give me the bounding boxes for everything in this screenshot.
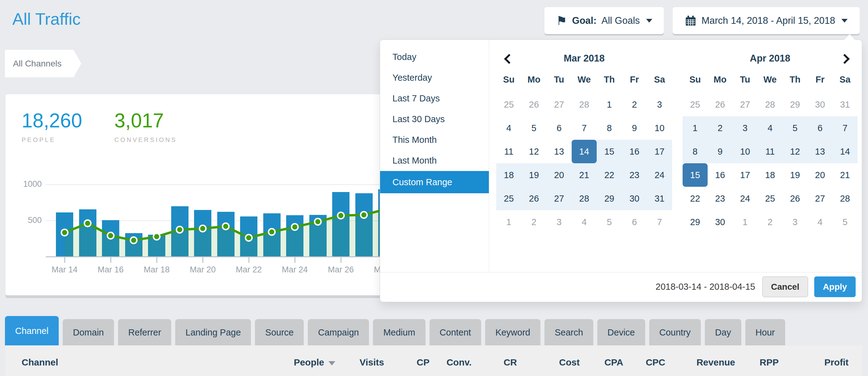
- calendar-day[interactable]: 30: [622, 187, 647, 210]
- tab-hour[interactable]: Hour: [745, 319, 785, 345]
- breadcrumb[interactable]: All Channels: [5, 50, 81, 77]
- calendar-day[interactable]: 3: [647, 93, 672, 116]
- calendar-day[interactable]: 20: [807, 163, 833, 187]
- tab-referrer[interactable]: Referrer: [118, 319, 171, 345]
- calendar-day[interactable]: 8: [597, 116, 622, 140]
- calendar-day[interactable]: 9: [708, 140, 733, 163]
- tab-content[interactable]: Content: [430, 319, 482, 345]
- calendar-day[interactable]: 5: [597, 210, 622, 234]
- preset-item-last-30-days[interactable]: Last 30 Days: [380, 109, 489, 129]
- calendar-day[interactable]: 22: [683, 187, 708, 210]
- calendar-day[interactable]: 1: [597, 93, 622, 116]
- calendar-day[interactable]: 15: [597, 140, 622, 163]
- calendar-day[interactable]: 6: [547, 116, 572, 140]
- calendar-day[interactable]: 31: [833, 93, 858, 116]
- calendar-day[interactable]: 25: [496, 187, 521, 210]
- calendar-day[interactable]: 2: [521, 210, 546, 234]
- calendar-day[interactable]: 3: [547, 210, 572, 234]
- calendar-day[interactable]: 19: [782, 163, 807, 187]
- calendar-day[interactable]: 6: [622, 210, 647, 234]
- tab-keyword[interactable]: Keyword: [485, 319, 540, 345]
- calendar-day[interactable]: 2: [622, 93, 647, 116]
- calendar-day[interactable]: 7: [833, 116, 858, 140]
- calendar-day[interactable]: 14: [833, 140, 858, 163]
- date-range-button[interactable]: March 14, 2018 - April 15, 2018: [673, 7, 860, 34]
- calendar-day[interactable]: 24: [733, 187, 758, 210]
- calendar-day[interactable]: 2: [708, 116, 733, 140]
- tab-campaign[interactable]: Campaign: [308, 319, 369, 345]
- calendar-day[interactable]: 8: [683, 140, 708, 163]
- column-header-visits[interactable]: Visits: [360, 357, 384, 368]
- calendar-day[interactable]: 27: [807, 187, 833, 210]
- calendar-day[interactable]: 31: [647, 187, 672, 210]
- calendar-day[interactable]: 27: [547, 187, 572, 210]
- calendar-day[interactable]: 26: [521, 93, 546, 116]
- calendar-day[interactable]: 3: [782, 210, 807, 234]
- calendar-day[interactable]: 24: [647, 163, 672, 187]
- calendar-day[interactable]: 18: [496, 163, 521, 187]
- calendar-day[interactable]: 22: [597, 163, 622, 187]
- calendar-day[interactable]: 14: [572, 140, 597, 163]
- preset-item-last-7-days[interactable]: Last 7 Days: [380, 88, 489, 109]
- column-header-people[interactable]: People: [294, 357, 335, 368]
- cancel-button[interactable]: Cancel: [762, 277, 808, 297]
- preset-item-today[interactable]: Today: [380, 47, 489, 67]
- calendar-day[interactable]: 26: [521, 187, 546, 210]
- calendar-day[interactable]: 25: [496, 93, 521, 116]
- calendar-day[interactable]: 30: [807, 93, 833, 116]
- column-header-profit[interactable]: Profit: [825, 357, 848, 368]
- calendar-day[interactable]: 16: [622, 140, 647, 163]
- apply-button[interactable]: Apply: [814, 277, 856, 297]
- calendar-day[interactable]: 18: [758, 163, 783, 187]
- tab-domain[interactable]: Domain: [63, 319, 114, 345]
- calendar-day[interactable]: 5: [833, 210, 858, 234]
- calendar-day[interactable]: 30: [708, 210, 733, 234]
- calendar-day[interactable]: 28: [572, 93, 597, 116]
- column-header-conv[interactable]: Conv.: [446, 357, 471, 368]
- calendar-day[interactable]: 28: [833, 187, 858, 210]
- calendar-day[interactable]: 5: [782, 116, 807, 140]
- preset-item-this-month[interactable]: This Month: [380, 129, 489, 150]
- calendar-day[interactable]: 27: [547, 93, 572, 116]
- calendar-day[interactable]: 29: [683, 210, 708, 234]
- column-header-cost[interactable]: Cost: [559, 357, 580, 368]
- column-header-cr[interactable]: CR: [504, 357, 517, 368]
- calendar-day[interactable]: 20: [547, 163, 572, 187]
- preset-item-custom-range[interactable]: Custom Range: [380, 171, 489, 193]
- calendar-day[interactable]: 17: [647, 140, 672, 163]
- tab-device[interactable]: Device: [597, 319, 645, 345]
- calendar-day[interactable]: 12: [782, 140, 807, 163]
- calendar-day[interactable]: 7: [647, 210, 672, 234]
- tab-landing-page[interactable]: Landing Page: [175, 319, 251, 345]
- calendar-day[interactable]: 7: [572, 116, 597, 140]
- calendar-day[interactable]: 17: [733, 163, 758, 187]
- column-header-cpc[interactable]: CPC: [646, 357, 665, 368]
- calendar-day[interactable]: 29: [597, 187, 622, 210]
- column-header-rpp[interactable]: RPP: [760, 357, 779, 368]
- tab-day[interactable]: Day: [705, 319, 741, 345]
- tab-search[interactable]: Search: [545, 319, 593, 345]
- calendar-day[interactable]: 13: [547, 140, 572, 163]
- calendar-day[interactable]: 28: [572, 187, 597, 210]
- column-header-cp[interactable]: CP: [416, 357, 430, 368]
- calendar-day[interactable]: 1: [496, 210, 521, 234]
- column-header-channel[interactable]: Channel: [22, 357, 58, 368]
- tab-channel[interactable]: Channel: [5, 316, 59, 345]
- calendar-day[interactable]: 16: [708, 163, 733, 187]
- calendar-day[interactable]: 6: [807, 116, 833, 140]
- goal-dropdown-button[interactable]: ⚑ Goal: All Goals: [545, 7, 664, 34]
- calendar-day[interactable]: 4: [572, 210, 597, 234]
- calendar-day[interactable]: 26: [708, 93, 733, 116]
- calendar-day[interactable]: 3: [733, 116, 758, 140]
- calendar-day[interactable]: 4: [807, 210, 833, 234]
- calendar-day[interactable]: 25: [758, 187, 783, 210]
- calendar-day[interactable]: 19: [521, 163, 546, 187]
- calendar-day[interactable]: 9: [622, 116, 647, 140]
- tab-medium[interactable]: Medium: [373, 319, 425, 345]
- calendar-day[interactable]: 28: [758, 93, 783, 116]
- calendar-day[interactable]: 23: [708, 187, 733, 210]
- calendar-day[interactable]: 5: [521, 116, 546, 140]
- calendar-day[interactable]: 12: [521, 140, 546, 163]
- calendar-day[interactable]: 15: [683, 163, 708, 187]
- calendar-day[interactable]: 21: [572, 163, 597, 187]
